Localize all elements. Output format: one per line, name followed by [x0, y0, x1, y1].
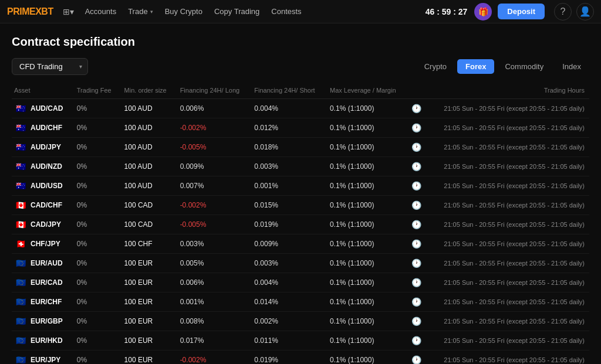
nav-contests[interactable]: Contests: [265, 5, 307, 18]
col-clock: [407, 84, 428, 99]
cell-leverage: 0.1% (1:1000): [325, 351, 407, 365]
cell-asset: 🇪🇺 EUR/HKD: [12, 331, 72, 351]
cell-fin-long: 0.006%: [175, 273, 250, 292]
cell-min-order: 100 EUR: [120, 331, 175, 351]
table-row: 🇦🇺 AUD/USD 0% 100 AUD 0.007% 0.001% 0.1%…: [12, 176, 589, 196]
cell-min-order: 100 EUR: [120, 351, 175, 365]
flag-icon: 🇦🇺: [14, 142, 27, 152]
tab-forex[interactable]: Forex: [457, 59, 494, 74]
table-row: 🇦🇺 AUD/CHF 0% 100 AUD -0.002% 0.012% 0.1…: [12, 118, 589, 138]
table-row: 🇦🇺 AUD/JPY 0% 100 AUD -0.005% 0.018% 0.1…: [12, 138, 589, 157]
clock-icon[interactable]: 🕐: [411, 220, 421, 229]
cell-leverage: 0.1% (1:1000): [325, 118, 407, 138]
clock-icon[interactable]: 🕐: [411, 355, 421, 364]
cell-clock[interactable]: 🕐: [407, 331, 428, 351]
cell-leverage: 0.1% (1:1000): [325, 99, 407, 118]
clock-icon[interactable]: 🕐: [411, 181, 421, 190]
cell-clock[interactable]: 🕐: [407, 292, 428, 312]
col-fin-short: Financing 24H/ Short: [249, 84, 325, 99]
table-row: 🇨🇭 CHF/JPY 0% 100 CHF 0.003% 0.009% 0.1%…: [12, 234, 589, 254]
cell-min-order: 100 EUR: [120, 273, 175, 292]
user-icon[interactable]: 👤: [576, 3, 594, 21]
cfd-select[interactable]: CFD Trading: [12, 58, 88, 75]
header: PRIMEXBT ⊞▾ Accounts Trade ▾ Buy Crypto …: [0, 0, 601, 23]
flag-icon: 🇪🇺: [14, 355, 27, 364]
clock-icon[interactable]: 🕐: [411, 104, 421, 113]
clock-icon[interactable]: 🕐: [411, 258, 421, 268]
cell-hours: 21:05 Sun - 20:55 Fri (except 20:55 - 21…: [427, 215, 589, 234]
col-fee: Trading Fee: [72, 84, 120, 99]
cell-clock[interactable]: 🕐: [407, 176, 428, 196]
table-row: 🇨🇦 CAD/CHF 0% 100 CAD -0.002% 0.015% 0.1…: [12, 196, 589, 215]
flag-icon: 🇨🇦: [14, 220, 27, 229]
clock-icon[interactable]: 🕐: [411, 317, 421, 326]
cell-clock[interactable]: 🕐: [407, 157, 428, 176]
cell-clock[interactable]: 🕐: [407, 254, 428, 273]
gift-button[interactable]: 🎁: [474, 3, 492, 21]
cell-fee: 0%: [72, 176, 120, 196]
cell-clock[interactable]: 🕐: [407, 312, 428, 331]
cell-leverage: 0.1% (1:1000): [325, 331, 407, 351]
cell-fin-short: 0.015%: [249, 196, 325, 215]
asset-name: EUR/CHF: [31, 298, 62, 306]
cell-asset: 🇦🇺 AUD/USD: [12, 176, 72, 196]
cell-clock[interactable]: 🕐: [407, 234, 428, 254]
cell-clock[interactable]: 🕐: [407, 138, 428, 157]
main-nav: Accounts Trade ▾ Buy Crypto Copy Trading…: [79, 5, 308, 18]
table-row: 🇨🇦 CAD/JPY 0% 100 CAD -0.005% 0.019% 0.1…: [12, 215, 589, 234]
asset-name: AUD/JPY: [31, 143, 61, 151]
cell-fin-short: 0.012%: [249, 118, 325, 138]
cell-min-order: 100 EUR: [120, 254, 175, 273]
help-icon[interactable]: ?: [554, 3, 572, 21]
clock-icon[interactable]: 🕐: [411, 142, 421, 152]
cell-fee: 0%: [72, 234, 120, 254]
cell-fin-short: 0.002%: [249, 312, 325, 331]
cell-fin-long: 0.009%: [175, 157, 250, 176]
cell-clock[interactable]: 🕐: [407, 215, 428, 234]
nav-accounts[interactable]: Accounts: [79, 5, 122, 18]
clock-icon[interactable]: 🕐: [411, 336, 421, 345]
clock-icon[interactable]: 🕐: [411, 297, 421, 307]
cell-asset: 🇪🇺 EUR/CHF: [12, 292, 72, 312]
cell-hours: 21:05 Sun - 20:55 Fri (except 20:55 - 21…: [427, 196, 589, 215]
cell-fin-long: 0.005%: [175, 254, 250, 273]
nav-buy-crypto[interactable]: Buy Crypto: [159, 5, 208, 18]
cell-min-order: 100 AUD: [120, 99, 175, 118]
cell-hours: 21:05 Sun - 20:55 Fri (except 20:55 - 21…: [427, 331, 589, 351]
cell-min-order: 100 EUR: [120, 292, 175, 312]
deposit-button[interactable]: Deposit: [498, 4, 545, 19]
cell-fin-short: 0.001%: [249, 176, 325, 196]
cell-hours: 21:05 Sun - 20:55 Fri (except 20:55 - 21…: [427, 118, 589, 138]
cell-min-order: 100 CAD: [120, 215, 175, 234]
tab-index[interactable]: Index: [554, 59, 589, 74]
cell-clock[interactable]: 🕐: [407, 99, 428, 118]
cell-leverage: 0.1% (1:1000): [325, 157, 407, 176]
clock-icon[interactable]: 🕐: [411, 200, 421, 210]
nav-copy-trading[interactable]: Copy Trading: [208, 5, 265, 18]
cell-fin-long: 0.007%: [175, 176, 250, 196]
tab-crypto[interactable]: Crypto: [416, 59, 455, 74]
cell-clock[interactable]: 🕐: [407, 196, 428, 215]
contract-table: Asset Trading Fee Min. order size Financ…: [12, 84, 589, 364]
cell-asset: 🇪🇺 EUR/AUD: [12, 254, 72, 273]
cell-fin-long: -0.002%: [175, 351, 250, 365]
asset-name: CAD/JPY: [31, 220, 61, 229]
clock-icon[interactable]: 🕐: [411, 162, 421, 171]
tab-commodity[interactable]: Commodity: [497, 59, 552, 74]
grid-icon[interactable]: ⊞▾: [60, 4, 77, 20]
logo: PRIMEXBT: [7, 6, 53, 17]
cell-clock[interactable]: 🕐: [407, 351, 428, 365]
cell-fin-short: 0.009%: [249, 234, 325, 254]
cell-clock[interactable]: 🕐: [407, 118, 428, 138]
nav-trade[interactable]: Trade ▾: [122, 5, 158, 18]
cell-hours: 21:05 Sun - 20:55 Fri (except 20:55 - 21…: [427, 351, 589, 365]
clock-icon[interactable]: 🕐: [411, 239, 421, 249]
col-hours: Trading Hours: [427, 84, 589, 99]
clock-icon[interactable]: 🕐: [411, 123, 421, 132]
clock-icon[interactable]: 🕐: [411, 278, 421, 287]
asset-name: EUR/CAD: [31, 278, 63, 287]
flag-icon: 🇨🇦: [14, 200, 27, 210]
top-bar: CFD Trading ▾ Crypto Forex Commodity Ind…: [12, 58, 589, 75]
cell-clock[interactable]: 🕐: [407, 273, 428, 292]
cell-leverage: 0.1% (1:1000): [325, 273, 407, 292]
